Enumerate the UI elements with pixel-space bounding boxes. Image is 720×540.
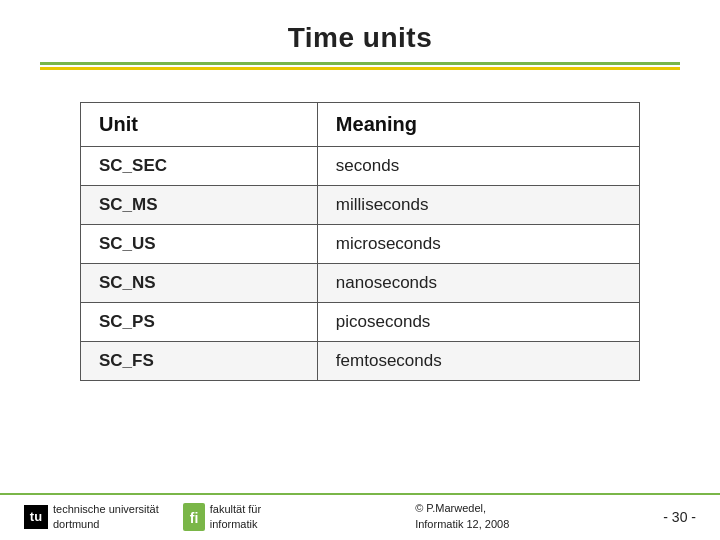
divider-yellow — [40, 67, 680, 70]
column-header-unit: Unit — [81, 103, 318, 147]
tu-city: dortmund — [53, 517, 159, 531]
unit-cell: SC_MS — [81, 186, 318, 225]
footer-right: - 30 - — [663, 509, 696, 525]
faculty-line1: fakultät für — [210, 502, 261, 516]
tu-logo: tu technische universität dortmund — [24, 502, 159, 531]
footer-left: tu technische universität dortmund fi fa… — [24, 502, 261, 531]
fi-logo: fi fakultät für informatik — [183, 502, 261, 531]
table-row: SC_SECseconds — [81, 147, 640, 186]
unit-cell: SC_FS — [81, 342, 318, 381]
divider-green — [40, 62, 680, 65]
tu-square-icon: tu — [24, 505, 48, 529]
content-area: Unit Meaning SC_SECsecondsSC_MSmilliseco… — [0, 80, 720, 540]
fi-icon: fi — [183, 503, 205, 531]
footer-course: Informatik 12, 2008 — [415, 518, 509, 530]
column-header-meaning: Meaning — [317, 103, 639, 147]
page: Time units Unit Meaning SC_SECsecondsSC_… — [0, 0, 720, 540]
page-title: Time units — [0, 22, 720, 54]
footer-copyright: © P.Marwedel, — [415, 502, 486, 514]
tu-label: technische universität dortmund — [53, 502, 159, 531]
unit-cell: SC_PS — [81, 303, 318, 342]
svg-text:fi: fi — [190, 510, 199, 526]
footer: tu technische universität dortmund fi fa… — [0, 493, 720, 540]
unit-cell: SC_NS — [81, 264, 318, 303]
time-units-table: Unit Meaning SC_SECsecondsSC_MSmilliseco… — [80, 102, 640, 381]
table-row: SC_NSnanoseconds — [81, 264, 640, 303]
tu-icon-text: tu — [30, 509, 42, 524]
table-header-row: Unit Meaning — [81, 103, 640, 147]
table-row: SC_PSpicoseconds — [81, 303, 640, 342]
meaning-cell: microseconds — [317, 225, 639, 264]
table-row: SC_MSmilliseconds — [81, 186, 640, 225]
title-area: Time units — [0, 0, 720, 80]
meaning-cell: picoseconds — [317, 303, 639, 342]
footer-center: © P.Marwedel, Informatik 12, 2008 — [415, 501, 509, 532]
faculty-line2: informatik — [210, 517, 261, 531]
meaning-cell: milliseconds — [317, 186, 639, 225]
page-number: - 30 - — [663, 509, 696, 525]
meaning-cell: femtoseconds — [317, 342, 639, 381]
unit-cell: SC_SEC — [81, 147, 318, 186]
tu-institution: technische universität — [53, 502, 159, 516]
fi-label: fakultät für informatik — [210, 502, 261, 531]
meaning-cell: nanoseconds — [317, 264, 639, 303]
table-row: SC_FSfemtoseconds — [81, 342, 640, 381]
table-row: SC_USmicroseconds — [81, 225, 640, 264]
meaning-cell: seconds — [317, 147, 639, 186]
unit-cell: SC_US — [81, 225, 318, 264]
